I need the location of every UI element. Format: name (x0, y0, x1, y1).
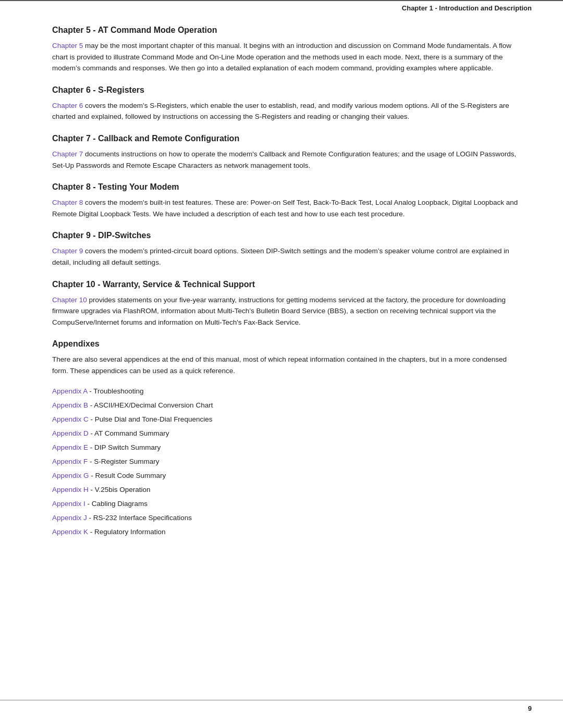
section-ch5: Chapter 5 - AT Command Mode Operation Ch… (52, 26, 521, 74)
section-body-ch7: Chapter 7 documents instructions on how … (52, 149, 521, 171)
appendix-link-10[interactable]: Appendix K (52, 528, 88, 536)
appendix-link-5[interactable]: Appendix F (52, 458, 88, 465)
section-ch7: Chapter 7 - Callback and Remote Configur… (52, 134, 521, 171)
chapter7-link[interactable]: Chapter 7 (52, 150, 83, 158)
section-heading-ch8: Chapter 8 - Testing Your Modem (52, 182, 521, 192)
section-heading-ch9: Chapter 9 - DIP-Switches (52, 231, 521, 240)
chapter5-link[interactable]: Chapter 5 (52, 42, 83, 50)
appendix-link-8[interactable]: Appendix I (52, 500, 85, 508)
appendix-link-7[interactable]: Appendix H (52, 486, 89, 493)
list-item: Appendix J - RS-232 Interface Specificat… (52, 511, 521, 525)
section-heading-ch10: Chapter 10 - Warranty, Service & Technic… (52, 280, 521, 289)
content: Chapter 5 - AT Command Mode Operation Ch… (0, 20, 563, 582)
list-item: Appendix A - Troubleshooting (52, 384, 521, 398)
section-body-ch9: Chapter 9 covers the modem’s printed-cir… (52, 245, 521, 268)
section-body-ch5: Chapter 5 may be the most important chap… (52, 40, 521, 74)
footer-page-number: 9 (528, 705, 532, 712)
section-ch10: Chapter 10 - Warranty, Service & Technic… (52, 280, 521, 328)
list-item: Appendix E - DIP Switch Summary (52, 440, 521, 454)
appendix-link-4[interactable]: Appendix E (52, 443, 88, 451)
section-body-ch8: Chapter 8 covers the modem's built-in te… (52, 197, 521, 219)
chapter10-link[interactable]: Chapter 10 (52, 296, 87, 304)
section-appendixes: Appendixes There are also several append… (52, 339, 521, 538)
appendix-list: Appendix A - TroubleshootingAppendix B -… (52, 384, 521, 539)
section-heading-ch5: Chapter 5 - AT Command Mode Operation (52, 26, 521, 35)
page: Chapter 1 - Introduction and Description… (0, 0, 563, 728)
section-ch9: Chapter 9 - DIP-Switches Chapter 9 cover… (52, 231, 521, 268)
list-item: Appendix F - S-Register Summary (52, 454, 521, 468)
appendix-link-3[interactable]: Appendix D (52, 429, 89, 437)
appendixes-heading: Appendixes (52, 339, 521, 349)
appendixes-intro: There are also several appendices at the… (52, 354, 521, 376)
section-heading-ch7: Chapter 7 - Callback and Remote Configur… (52, 134, 521, 143)
appendix-link-9[interactable]: Appendix J (52, 514, 87, 522)
header-title: Chapter 1 - Introduction and Description (402, 4, 532, 12)
appendix-link-0[interactable]: Appendix A (52, 387, 88, 395)
chapter8-link[interactable]: Chapter 8 (52, 199, 83, 206)
list-item: Appendix G - Result Code Summary (52, 468, 521, 483)
appendix-link-6[interactable]: Appendix G (52, 472, 89, 479)
list-item: Appendix C - Pulse Dial and Tone-Dial Fr… (52, 412, 521, 426)
appendix-link-2[interactable]: Appendix C (52, 415, 89, 423)
list-item: Appendix I - Cabling Diagrams (52, 497, 521, 511)
header-bar: Chapter 1 - Introduction and Description (0, 0, 563, 15)
section-heading-ch6: Chapter 6 - S-Registers (52, 85, 521, 95)
list-item: Appendix D - AT Command Summary (52, 426, 521, 440)
footer-bar: 9 (0, 700, 563, 712)
list-item: Appendix B - ASCII/HEX/Decimal Conversio… (52, 398, 521, 412)
list-item: Appendix H - V.25bis Operation (52, 483, 521, 497)
appendix-link-1[interactable]: Appendix B (52, 401, 88, 409)
section-body-ch6: Chapter 6 covers the modem's S-Registers… (52, 100, 521, 122)
chapter9-link[interactable]: Chapter 9 (52, 247, 83, 255)
chapter6-link[interactable]: Chapter 6 (52, 102, 83, 109)
section-ch8: Chapter 8 - Testing Your Modem Chapter 8… (52, 182, 521, 219)
section-body-ch10: Chapter 10 provides statements on your f… (52, 294, 521, 328)
list-item: Appendix K - Regulatory Information (52, 525, 521, 539)
section-ch6: Chapter 6 - S-Registers Chapter 6 covers… (52, 85, 521, 122)
